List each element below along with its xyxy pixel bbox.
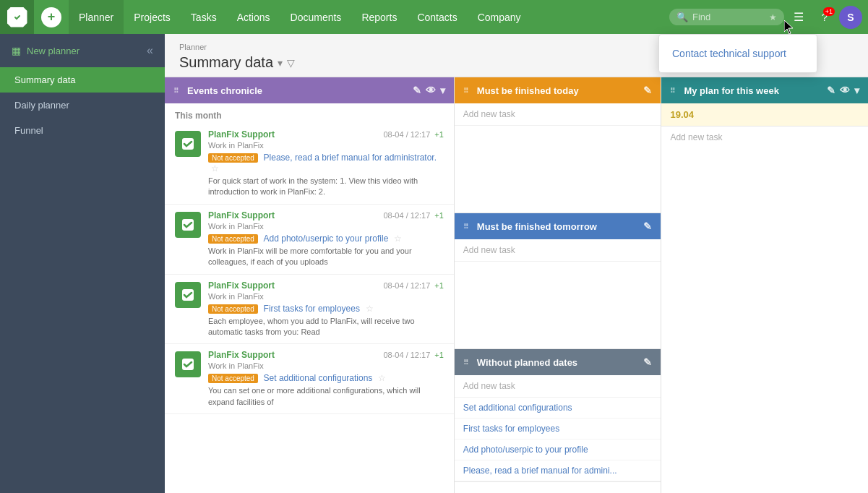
logo-button[interactable] xyxy=(0,0,34,34)
search-icon: 🔍 xyxy=(676,12,688,22)
chevron-down-icon[interactable]: ▾ xyxy=(854,85,859,96)
sidebar-item-summary-data[interactable]: Summary data xyxy=(0,67,165,93)
star-icon[interactable]: ☆ xyxy=(211,163,219,173)
add-button[interactable]: + xyxy=(41,7,61,27)
sidebar-nav: Summary data Daily planner Funnel xyxy=(0,67,165,143)
event-description: Work in PlanFix will be more comfortable… xyxy=(208,246,444,268)
search-box[interactable]: 🔍 ★ xyxy=(669,9,784,25)
event-item: PlanFix Support 08-04 / 12:17 +1 Work in… xyxy=(165,124,454,205)
nav-item-company[interactable]: Company xyxy=(468,0,531,34)
event-task-link[interactable]: First tasks for employees xyxy=(264,304,360,314)
today-add-task[interactable]: Add new task xyxy=(455,103,661,126)
events-header-right: ✎ 👁 ▾ xyxy=(413,85,445,96)
today-header: ⠿ Must be finished today ✎ xyxy=(455,77,661,103)
edit-icon[interactable]: ✎ xyxy=(643,220,652,232)
today-header-right: ✎ xyxy=(643,85,652,96)
nav-item-actions[interactable]: Actions xyxy=(227,0,280,34)
star-icon: ★ xyxy=(769,12,777,22)
edit-icon[interactable]: ✎ xyxy=(643,85,652,96)
event-task-link[interactable]: Please, read a brief manual for administ… xyxy=(264,153,437,163)
event-status-badge: Not accepted xyxy=(208,234,258,244)
tomorrow-section: ⠿ Must be finished tomorrow ✎ Add new ta… xyxy=(455,213,661,349)
nav-item-documents[interactable]: Documents xyxy=(280,0,352,34)
event-task-link[interactable]: Set additional configurations xyxy=(264,373,373,383)
event-meta: PlanFix Support 08-04 / 12:17 +1 xyxy=(208,280,444,291)
nav-item-tasks[interactable]: Tasks xyxy=(181,0,227,34)
help-badge: +1 xyxy=(823,7,835,16)
event-task-link[interactable]: Add photo/userpic to your profile xyxy=(264,233,389,244)
tomorrow-empty-area xyxy=(455,262,661,348)
event-avatar xyxy=(175,351,201,377)
avatar[interactable]: S xyxy=(839,6,862,29)
edit-icon[interactable]: ✎ xyxy=(413,85,421,96)
edit-icon[interactable]: ✎ xyxy=(827,85,835,96)
tomorrow-header-right: ✎ xyxy=(643,220,652,232)
event-task-row: Not accepted Set additional configuratio… xyxy=(208,372,444,383)
my-plan-header-right: ✎ 👁 ▾ xyxy=(827,85,859,96)
event-plus: +1 xyxy=(434,351,444,359)
nav-item-contacts[interactable]: Contacts xyxy=(407,0,467,34)
tomorrow-header: ⠿ Must be finished tomorrow ✎ xyxy=(455,213,661,239)
help-dropdown: Contact technical support xyxy=(658,34,817,73)
no-dates-section: ⠿ Without planned dates ✎ Add new task S… xyxy=(455,349,661,482)
event-time: 08-04 / 12:17 xyxy=(383,281,430,290)
event-author[interactable]: PlanFix Support xyxy=(208,129,275,140)
event-project: Work in PlanFix xyxy=(208,141,444,150)
tomorrow-title: Must be finished tomorrow xyxy=(477,221,597,232)
event-task-row: Not accepted Add photo/userpic to your p… xyxy=(208,233,444,244)
hamburger-icon: ☰ xyxy=(794,10,804,24)
event-status-badge: Not accepted xyxy=(208,374,258,383)
star-icon[interactable]: ☆ xyxy=(378,373,386,383)
today-empty-area xyxy=(455,126,661,213)
task-link-item[interactable]: Add photo/userpic to your profile xyxy=(455,440,661,460)
event-meta: PlanFix Support 08-04 / 12:17 +1 xyxy=(208,350,444,360)
task-link-item[interactable]: Set additional configurations xyxy=(455,398,661,419)
task-link-item[interactable]: Please, read a brief manual for admini..… xyxy=(455,460,661,481)
star-icon[interactable]: ☆ xyxy=(366,304,374,314)
event-status-badge: Not accepted xyxy=(208,153,258,163)
no-dates-header-right: ✎ xyxy=(643,356,652,368)
event-description: You can set one or more additional confi… xyxy=(208,385,444,408)
no-dates-task-list: Set additional configurationsFirst tasks… xyxy=(455,398,661,481)
plan-add-task[interactable]: Add new task xyxy=(661,127,868,148)
sidebar-item-daily-planner[interactable]: Daily planner xyxy=(0,93,165,118)
events-header-left: ⠿ Events chronicle xyxy=(173,85,262,96)
nav-item-planner[interactable]: Planner xyxy=(69,0,124,34)
eye-icon[interactable]: 👁 xyxy=(426,85,436,96)
event-author[interactable]: PlanFix Support xyxy=(208,280,275,291)
nav-item-projects[interactable]: Projects xyxy=(124,0,181,34)
help-button[interactable]: ? +1 xyxy=(813,6,836,29)
sidebar: ▦ New planner « Summary data Daily plann… xyxy=(0,34,165,493)
today-title: Must be finished today xyxy=(477,85,579,96)
new-planner-button[interactable]: ▦ New planner xyxy=(12,45,80,56)
event-author[interactable]: PlanFix Support xyxy=(208,350,275,360)
star-icon[interactable]: ☆ xyxy=(394,233,402,244)
search-input[interactable] xyxy=(692,12,765,22)
edit-icon[interactable]: ✎ xyxy=(643,356,652,368)
drag-handle-icon: ⠿ xyxy=(173,87,179,95)
chevron-down-icon[interactable]: ▾ xyxy=(440,85,445,96)
filter-icon[interactable]: ▽ xyxy=(287,57,295,69)
event-content: PlanFix Support 08-04 / 12:17 +1 Work in… xyxy=(208,350,444,408)
event-avatar xyxy=(175,282,201,308)
title-dropdown-arrow[interactable]: ▾ xyxy=(278,57,283,69)
sidebar-item-funnel[interactable]: Funnel xyxy=(0,118,165,143)
event-project: Work in PlanFix xyxy=(208,292,444,301)
eye-icon[interactable]: 👁 xyxy=(840,85,850,96)
nav-item-reports[interactable]: Reports xyxy=(351,0,407,34)
events-panel-body: This month PlanFix Support 08-04 / 12:17… xyxy=(165,103,454,493)
sidebar-collapse-button[interactable]: « xyxy=(147,44,153,57)
events-title: Events chronicle xyxy=(187,85,262,96)
event-time: 08-04 / 12:17 xyxy=(383,351,430,359)
drag-handle-icon: ⠿ xyxy=(463,359,468,366)
no-dates-add-task[interactable]: Add new task xyxy=(455,375,661,398)
grid-icon: ▦ xyxy=(12,45,21,56)
menu-button[interactable]: ☰ xyxy=(787,6,810,29)
tomorrow-add-task[interactable]: Add new task xyxy=(455,239,661,262)
event-author[interactable]: PlanFix Support xyxy=(208,210,275,220)
event-plus: +1 xyxy=(434,130,444,139)
contact-support-link[interactable]: Contact technical support xyxy=(672,45,804,62)
top-nav: + Planner Projects Tasks Actions Documen… xyxy=(0,0,868,34)
event-content: PlanFix Support 08-04 / 12:17 +1 Work in… xyxy=(208,210,444,268)
task-link-item[interactable]: First tasks for employees xyxy=(455,419,661,440)
